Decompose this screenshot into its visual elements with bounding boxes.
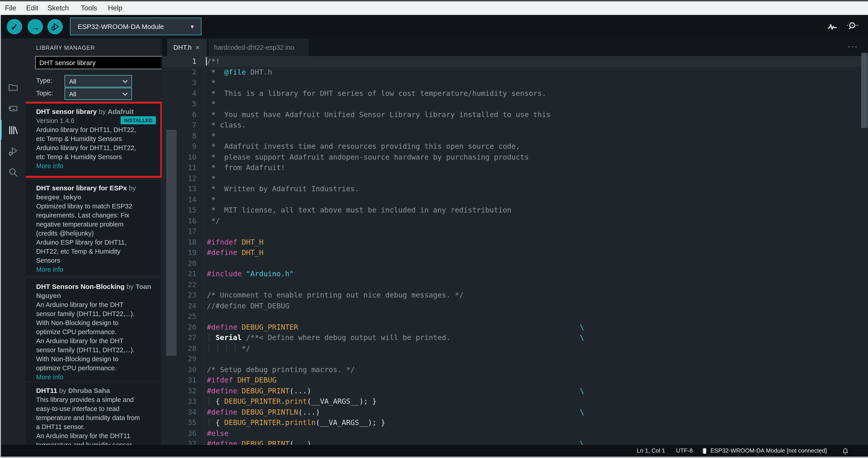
- code-line[interactable]: 30/* Setup debug printing macros. */: [162, 364, 868, 375]
- encoding[interactable]: UTF-8: [676, 445, 693, 457]
- line-number: 2: [162, 67, 196, 77]
- arrow-right-icon: →: [30, 22, 40, 31]
- line-number: 7: [162, 120, 196, 131]
- code-line[interactable]: 13 * Written by Adafruit Industries.: [162, 183, 868, 194]
- library-card[interactable]: DHT sensor library for ESPx by beegee_to…: [26, 180, 161, 275]
- panel-scrollbar-thumb[interactable]: [166, 130, 177, 356]
- library-description-line: With Non-Blocking design to: [36, 318, 161, 327]
- code-area[interactable]: 1/*!2 * @file DHT.h3 *4 * This is a libr…: [162, 56, 868, 445]
- code-line[interactable]: 24//#define DHT_DEBUG: [162, 300, 868, 311]
- debug-button[interactable]: [48, 19, 63, 34]
- code-line[interactable]: 9 * Adafruit invests time and resources …: [162, 141, 868, 152]
- library-card[interactable]: DHT11 by Dhruba SahaThis library provide…: [26, 382, 161, 445]
- more-info-link[interactable]: More info: [36, 265, 161, 274]
- code-line[interactable]: 3 *: [162, 77, 868, 88]
- library-description-line: temperature and humidity data from: [36, 413, 161, 422]
- toolbar: ✓ → ESP32-WROOM-DA Module ▼: [0, 15, 868, 38]
- code-line[interactable]: 18#ifndef DHT_H: [162, 237, 868, 247]
- library-search-input[interactable]: [35, 56, 162, 69]
- library-card-title: DHT11 by Dhruba Saha: [36, 386, 158, 395]
- menu-file[interactable]: File: [4, 1, 17, 15]
- library-description-line: An Arduino library for the DHT: [36, 300, 161, 309]
- code-line[interactable]: 1/*!: [162, 56, 868, 67]
- type-filter-value: All: [69, 78, 122, 85]
- activity-bar: [0, 38, 26, 445]
- magnifier-dots-icon: [845, 20, 859, 32]
- bell-icon[interactable]: [842, 447, 849, 455]
- topic-filter-value: All: [69, 90, 122, 97]
- menu-bar: FileEditSketchToolsHelp: [0, 1, 868, 16]
- code-line[interactable]: 34#define DEBUG_PRINTLN(...)\: [162, 407, 868, 417]
- line-number: 35: [162, 417, 196, 428]
- code-line[interactable]: 12 *: [162, 173, 868, 183]
- code-line[interactable]: 35│ { DEBUG_PRINTER.println(__VA_ARGS__)…: [162, 417, 868, 428]
- type-filter-label: Type:: [36, 77, 52, 84]
- menu-tools[interactable]: Tools: [80, 1, 98, 15]
- sidebar-item-library-manager[interactable]: [8, 125, 19, 136]
- sidebar-item-search[interactable]: [8, 167, 19, 178]
- library-card[interactable]: DHT Sensors Non-Blocking by Toan NguyenA…: [26, 279, 161, 381]
- serial-plotter-button[interactable]: [827, 21, 838, 32]
- code-line[interactable]: 14 *: [162, 194, 868, 205]
- tab-dht-h[interactable]: DHT.h ×: [167, 38, 207, 56]
- code-line[interactable]: 2 * @file DHT.h: [162, 67, 868, 77]
- serial-monitor-button[interactable]: [845, 20, 859, 32]
- tab-overflow-menu[interactable]: ···: [848, 38, 858, 56]
- code-line[interactable]: 10 * please support Adafruit andopen-sou…: [162, 152, 868, 162]
- code-line[interactable]: 26#define DEBUG_PRINTER\: [162, 322, 868, 332]
- code-line[interactable]: 5 *: [162, 98, 868, 109]
- library-description-line: With Non-Blocking design to: [36, 354, 161, 364]
- library-card-title: DHT sensor library by Adafruit: [36, 107, 158, 116]
- type-filter-select[interactable]: All: [65, 75, 132, 87]
- tab-hardcoded-dht22-esp32-ino[interactable]: hardcoded-dht22-esp32.ino: [209, 38, 309, 56]
- code-line[interactable]: 7 * class.: [162, 120, 868, 131]
- code-line[interactable]: 23/* Uncomment to enable printing out ni…: [162, 290, 868, 300]
- menu-sketch[interactable]: Sketch: [46, 1, 70, 15]
- code-line[interactable]: 11 * from Adafruit!: [162, 162, 868, 173]
- code-line[interactable]: 6 * You must have Adafruit Unified Senso…: [162, 109, 868, 120]
- line-number: 32: [162, 385, 196, 396]
- editor-scrollbar-thumb[interactable]: [861, 53, 868, 128]
- verify-button[interactable]: ✓: [7, 19, 22, 34]
- code-line[interactable]: 4 * This is a library for DHT series of …: [162, 88, 868, 98]
- library-description-line: Optimized libray to match ESP32: [36, 202, 161, 211]
- line-number: 33: [162, 396, 196, 407]
- code-line[interactable]: 36#else: [162, 428, 868, 438]
- editor: DHT.h × hardcoded-dht22-esp32.ino ··· 1/…: [162, 38, 868, 445]
- sidebar-item-sketchbook[interactable]: [8, 82, 19, 93]
- upload-button[interactable]: →: [28, 19, 43, 34]
- more-info-link[interactable]: More info: [36, 162, 161, 170]
- code-line[interactable]: 20: [162, 258, 868, 268]
- line-continuation-backslash: \: [580, 322, 584, 332]
- code-line[interactable]: 25: [162, 311, 868, 322]
- line-continuation-backslash: \: [580, 385, 584, 396]
- menu-help[interactable]: Help: [107, 1, 123, 15]
- code-line[interactable]: 29: [162, 353, 868, 364]
- cursor-position[interactable]: Ln 1, Col 1: [637, 445, 665, 457]
- code-line[interactable]: 22: [162, 279, 868, 290]
- topic-filter-select[interactable]: All: [65, 88, 132, 100]
- code-line[interactable]: 17: [162, 226, 868, 237]
- code-line[interactable]: 37#define DEBUG_PRINT(...)\: [162, 438, 868, 445]
- menu-edit[interactable]: Edit: [25, 1, 39, 15]
- code-line[interactable]: 19#define DHT_H: [162, 247, 868, 258]
- sidebar-item-boards-manager[interactable]: [8, 103, 19, 114]
- board-status[interactable]: ESP32-WROOM-DA Module [not connected]: [710, 445, 827, 457]
- code-line[interactable]: 16 */: [162, 216, 868, 226]
- code-line[interactable]: 21#include "Arduino.h": [162, 268, 868, 279]
- library-card[interactable]: DHT sensor library by AdafruitVersion 1.…: [26, 104, 161, 176]
- code-line[interactable]: 32#define DEBUG_PRINT(...)\: [162, 385, 868, 396]
- code-line[interactable]: 8 *: [162, 131, 868, 141]
- library-description-line: This library provides a simple and: [36, 395, 161, 404]
- chip-icon: [701, 447, 708, 455]
- code-line[interactable]: 33│ { DEBUG_PRINTER.print(__VA_ARGS__); …: [162, 396, 868, 407]
- code-line[interactable]: 28│ │ │ │ */: [162, 343, 868, 353]
- more-info-link[interactable]: More info: [36, 373, 161, 381]
- board-selector[interactable]: ESP32-WROOM-DA Module ▼: [70, 18, 202, 35]
- code-line[interactable]: 15 * MIT license, all text above must be…: [162, 205, 868, 216]
- code-line[interactable]: 27│ Serial /**< Define where debug outpu…: [162, 332, 868, 343]
- code-line[interactable]: 31#ifdef DHT_DEBUG: [162, 375, 868, 385]
- library-description-line: temperature and humidity sensor: [36, 440, 161, 445]
- close-icon[interactable]: ×: [196, 44, 200, 51]
- sidebar-item-debug[interactable]: [8, 146, 19, 157]
